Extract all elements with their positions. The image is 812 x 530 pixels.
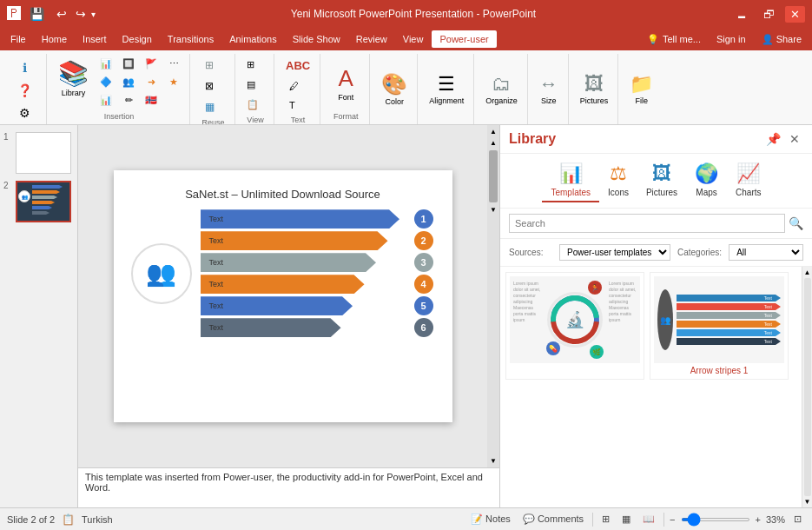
zoom-minus-icon[interactable]: − [670,514,675,525]
slide-title: SaNet.st – Unlimited Download Source [114,188,452,201]
table-button[interactable]: 🔲 [118,56,139,72]
reuse-icon1: ⊞ [205,59,214,71]
slide-preview-2[interactable]: 👥 [16,181,71,222]
library-close-button[interactable]: ✕ [786,130,803,148]
ribbon-group-color: 🎨 Color [372,54,418,124]
menu-review[interactable]: Review [349,31,394,47]
status-bar: Slide 2 of 2 📋 Turkish 📝 Notes 💬 Comment… [0,507,812,530]
help-button[interactable]: ℹ [18,57,31,78]
view-slide-sorter-button[interactable]: ▦ [618,512,634,527]
share-button[interactable]: 👤 Share [755,31,809,48]
close-button[interactable]: ✕ [785,6,805,23]
content-area: SaNet.st – Unlimited Download Source 👥 T… [78,125,499,507]
font-icon: A [339,65,353,92]
zoom-slider[interactable] [681,518,750,521]
star-button[interactable]: ★ [163,74,184,90]
redo-button[interactable]: ↪ [76,7,86,21]
library-icon: 📚 [58,59,89,88]
menu-file[interactable]: File [3,31,33,47]
lib-scroll-up[interactable]: ▲ [804,268,811,276]
reuse-view[interactable]: ▦ [201,97,227,116]
mini-slide-diagram: 👥 [18,183,69,220]
nav-templates[interactable]: 📊 Templates [542,159,599,202]
view-normal-button[interactable]: ⊞ [598,512,613,527]
more-button[interactable]: ⋯ [163,56,184,72]
scroll-up2-button[interactable]: ▲ [490,139,497,147]
sources-select[interactable]: Power-user templates [559,244,670,261]
view-btn3[interactable]: 📋 [242,96,268,114]
nav-charts[interactable]: 📈 Charts [727,159,769,202]
view-btn2[interactable]: ▤ [242,76,268,94]
library-search-input[interactable] [509,214,785,233]
menu-transitions[interactable]: Transitions [161,31,221,47]
help-question[interactable]: ❓ [13,80,36,101]
notes-button[interactable]: 📝 Notes [467,512,514,527]
item2-preview: 👥 Text Text Text Text Text Text [654,276,784,363]
library-item-2[interactable]: 👥 Text Text Text Text Text Text Arrow s [650,272,789,380]
size-button[interactable]: ↔ Size [535,70,563,109]
chart-button[interactable]: 📊 [96,56,116,72]
maximize-button[interactable]: 🗗 [758,6,780,23]
tell-me[interactable]: 💡 Tell me... [640,31,708,48]
categories-select[interactable]: All [729,244,803,261]
library-item-1[interactable]: Lorem ipsum dolor sit amet,consectetur a… [505,272,644,380]
library-scrollbar[interactable]: ▲ ▼ [802,267,812,507]
ribbon-group-view: ⊞ ▤ 📋 View [237,54,274,124]
zoom-plus-icon[interactable]: + [756,514,761,525]
edit-button[interactable]: ✏ [118,92,139,109]
reuse-top[interactable]: ⊞ [201,56,227,75]
library-title: Library [509,131,556,147]
menu-home[interactable]: Home [35,31,74,47]
slide-thumb-2[interactable]: 2 👥 [3,181,74,222]
menu-design[interactable]: Design [116,31,159,47]
organize-button[interactable]: 🗂 Organize [481,70,522,109]
bar-chart-button[interactable]: 📊 [96,92,116,109]
fit-window-button[interactable]: ⊡ [790,512,805,527]
nav-pictures[interactable]: 🖼 Pictures [637,159,686,202]
view-reading-button[interactable]: 📖 [639,512,658,527]
nav-icons[interactable]: ⚖ Icons [599,159,637,202]
save-button[interactable]: 💾 [26,5,48,23]
file-button[interactable]: 📁 File [625,70,657,109]
library-button[interactable]: 📚 Library [54,56,93,101]
menu-slideshow[interactable]: Slide Show [286,31,347,47]
scroll-down-button[interactable]: ▼ [489,456,498,466]
help-settings[interactable]: ⚙ [15,103,35,123]
color-button[interactable]: 🎨 Color [377,69,412,109]
vertical-scrollbar[interactable]: ▲ ▲ ▼ ▼ [487,125,499,467]
reuse-mid[interactable]: ⊠ [201,76,227,96]
scroll-up-button[interactable]: ▲ [489,127,498,136]
menu-animations[interactable]: Animations [222,31,283,47]
person-button[interactable]: 👥 [118,74,139,90]
font-button[interactable]: A Font [333,62,359,105]
library-search-button[interactable]: 🔍 [789,216,803,230]
shape-button[interactable]: 🔷 [96,74,116,90]
sign-in-button[interactable]: Sign in [710,31,753,47]
title-bar-controls: 🗕 🗗 ✕ [731,6,805,23]
slide-preview-1[interactable] [16,132,71,174]
comments-button[interactable]: 💬 Comments [519,512,587,527]
menu-poweruser[interactable]: Power-user [432,30,496,48]
text-btn2[interactable]: 🖊 [285,77,311,95]
library-pin-button[interactable]: 📌 [762,130,784,148]
text-btn3[interactable]: T [285,96,311,114]
slide-thumb-1[interactable]: 1 [3,132,74,174]
scroll-thumb[interactable] [489,150,498,202]
alignment-button[interactable]: ☰ Alignment [425,70,468,109]
arrow-button[interactable]: ➜ [141,74,162,90]
view-btn1[interactable]: ⊞ [242,56,268,74]
lib-scroll-thumb[interactable] [804,278,811,496]
menu-view[interactable]: View [396,31,431,47]
scroll-down2-button[interactable]: ▼ [490,206,497,214]
ribbon-group-pictures: 🖼 Pictures [571,54,619,124]
text-icon: T [289,100,295,110]
menu-insert[interactable]: Insert [76,31,114,47]
flag-button[interactable]: 🚩 [141,56,162,72]
nav-maps[interactable]: 🌍 Maps [686,159,727,202]
undo-button[interactable]: ↩ [53,5,70,23]
text-btn1[interactable]: ABC [281,56,314,76]
lib-scroll-down[interactable]: ▼ [804,498,811,506]
pictures-button[interactable]: 🖼 Pictures [576,70,613,109]
minimize-button[interactable]: 🗕 [731,6,753,23]
norway-button[interactable]: 🇳🇴 [141,92,162,109]
